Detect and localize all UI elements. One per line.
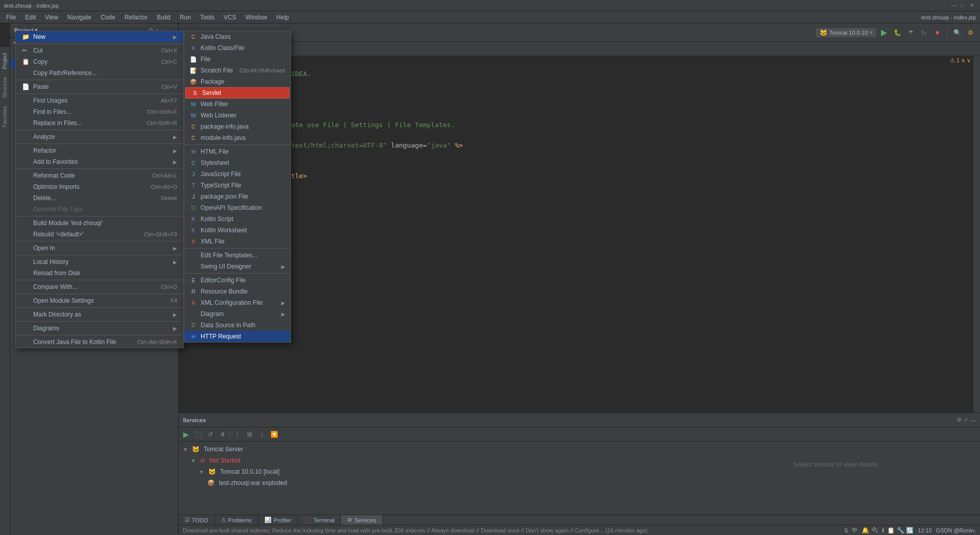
cm-copy-shortcut: Ctrl+C bbox=[161, 59, 177, 65]
cm-analyze[interactable]: Analyze ▶ bbox=[16, 131, 183, 142]
sm-kotlin-script[interactable]: K Kotlin Script bbox=[184, 213, 290, 225]
cm-reformat[interactable]: Reformat Code Ctrl+Alt+L bbox=[16, 170, 183, 181]
cm-replace-files[interactable]: Replace in Files... Ctrl+Shift+R bbox=[16, 117, 183, 129]
sm-openapi[interactable]: O OpenAPI Specification bbox=[184, 202, 290, 213]
cm-paste[interactable]: 📄Paste Ctrl+V bbox=[16, 81, 183, 92]
menu-view[interactable]: View bbox=[41, 13, 62, 22]
cm-copy[interactable]: 📋Copy Ctrl+C bbox=[16, 56, 183, 67]
btab-services[interactable]: ⚙ Services bbox=[341, 515, 382, 525]
cm-reload[interactable]: Reload from Disk bbox=[16, 268, 183, 279]
cm-compare[interactable]: Compare With... Ctrl+D bbox=[16, 281, 183, 293]
more-run-btn[interactable]: ▷ bbox=[918, 27, 929, 38]
services-expand-tree-btn[interactable]: ⊞ bbox=[244, 429, 255, 440]
stop-btn[interactable]: ■ bbox=[932, 27, 943, 38]
sm-kotlin-worksheet[interactable]: K Kotlin Worksheet bbox=[184, 225, 290, 236]
menu-refactor[interactable]: Refactor bbox=[120, 13, 152, 22]
sm-package-info[interactable]: C package-info.java bbox=[184, 121, 290, 132]
menu-edit[interactable]: Edit bbox=[21, 13, 40, 22]
menu-window[interactable]: Window bbox=[241, 13, 272, 22]
services-filter-btn[interactable]: 🔽 bbox=[269, 429, 279, 440]
vertical-tab-project[interactable]: Project bbox=[1, 51, 9, 71]
services-stop-btn[interactable]: ⬛ bbox=[193, 429, 203, 440]
sm-diagram[interactable]: Diagram ▶ bbox=[184, 308, 290, 320]
cm-optimize[interactable]: Optimize Imports Ctrl+Alt+O bbox=[16, 181, 183, 192]
cm-find-files[interactable]: Find in Files... Ctrl+Shift+F bbox=[16, 106, 183, 117]
menu-tools[interactable]: Tools bbox=[196, 13, 218, 22]
services-pause-btn[interactable]: ⏸ bbox=[217, 429, 228, 440]
sm-web-filter[interactable]: W Web Filter bbox=[184, 99, 290, 110]
services-tomcat-local[interactable]: ▼ 🐱 Tomcat 10.0.10 [local] bbox=[179, 466, 980, 477]
debug-btn[interactable]: 🐛 bbox=[892, 27, 903, 38]
menu-help[interactable]: Help bbox=[272, 13, 293, 22]
btab-todo[interactable]: ☑ TODO bbox=[179, 515, 215, 525]
cm-find-usages[interactable]: Find Usages Alt+F7 bbox=[16, 95, 183, 106]
vertical-tab-favorites[interactable]: Favorites bbox=[1, 104, 9, 129]
coverage-btn[interactable]: ☂ bbox=[905, 27, 916, 38]
search-everywhere-btn[interactable]: 🔍 bbox=[951, 27, 963, 38]
cm-rebuild[interactable]: Rebuild '<default>' Ctrl+Shift+F9 bbox=[16, 229, 183, 240]
sm-package[interactable]: 📦 Package bbox=[184, 76, 290, 87]
cm-open-in[interactable]: Open In ▶ bbox=[16, 242, 183, 254]
cm-build[interactable]: Build Module 'test-zhouqi' bbox=[16, 217, 183, 229]
sm-servlet[interactable]: S Servlet bbox=[185, 87, 289, 99]
cm-mark-dir[interactable]: Mark Directory as ▶ bbox=[16, 309, 183, 320]
sm-css[interactable]: C Stylesheet bbox=[184, 157, 290, 168]
cm-module-settings[interactable]: Open Module Settings F4 bbox=[16, 295, 183, 306]
services-settings-icon[interactable]: ⚙ bbox=[957, 417, 962, 423]
sm-edit-templates[interactable]: Edit File Templates... bbox=[184, 250, 290, 261]
sm-web-listener[interactable]: W Web Listener bbox=[184, 110, 290, 121]
sm-xml-config[interactable]: X XML Configuration File ▶ bbox=[184, 297, 290, 308]
close-button[interactable]: ✕ bbox=[970, 3, 976, 9]
cm-delete[interactable]: Delete... Delete bbox=[16, 192, 183, 204]
cm-favorites[interactable]: Add to Favorites ▶ bbox=[16, 156, 183, 167]
cm-diagrams[interactable]: Diagrams ▶ bbox=[16, 323, 183, 334]
cm-cut[interactable]: ✂Cut Ctrl+X bbox=[16, 45, 183, 56]
sm-http-request[interactable]: H HTTP Request bbox=[184, 331, 290, 342]
sm-pkg-json[interactable]: J package.json File bbox=[184, 191, 290, 202]
btab-terminal[interactable]: ⬛ Terminal bbox=[298, 515, 341, 525]
vertical-tab-structure[interactable]: Structure bbox=[1, 75, 9, 100]
cm-local-history[interactable]: Local History ▶ bbox=[16, 256, 183, 268]
cm-refactor[interactable]: Refactor ▶ bbox=[16, 145, 183, 156]
cm-copy-path[interactable]: Copy Path/Reference... bbox=[16, 67, 183, 79]
services-restart-btn[interactable]: ↺ bbox=[205, 429, 215, 440]
system-time: 12:10 bbox=[918, 527, 932, 533]
sm-swing[interactable]: Swing UI Designer ▶ bbox=[184, 261, 290, 272]
services-war-exploded[interactable]: 📦 test-zhouqi:war exploded bbox=[179, 477, 980, 489]
sm-ts[interactable]: T TypeScript File bbox=[184, 180, 290, 191]
profile-btn[interactable]: ⚙ bbox=[965, 27, 976, 38]
sm-editorconfig[interactable]: E EditorConfig File bbox=[184, 275, 290, 286]
sm-file[interactable]: 📄 File bbox=[184, 54, 290, 65]
sm-module-info[interactable]: C module-info.java bbox=[184, 132, 290, 143]
sm-resource-bundle[interactable]: R Resource Bundle bbox=[184, 286, 290, 297]
cm-new[interactable]: 📁New ▶ bbox=[16, 31, 183, 42]
services-expand-icon[interactable]: ⤢ bbox=[964, 417, 968, 423]
menu-file[interactable]: File bbox=[2, 13, 20, 22]
menu-run[interactable]: Run bbox=[176, 13, 195, 22]
window-controls[interactable]: — □ ✕ bbox=[951, 3, 976, 9]
services-sort-btn[interactable]: ↕ bbox=[257, 429, 267, 440]
run-btn[interactable]: ▶ bbox=[878, 27, 890, 38]
services-tomcat-server[interactable]: ▼ 🐱 Tomcat Server bbox=[179, 444, 980, 455]
sm-html[interactable]: H HTML File bbox=[184, 146, 290, 157]
menu-code[interactable]: Code bbox=[96, 13, 119, 22]
sm-kotlin-class[interactable]: K Kotlin Class/File bbox=[184, 42, 290, 54]
services-close-icon[interactable]: — bbox=[970, 417, 976, 423]
btab-problems[interactable]: ⚠ Problems bbox=[215, 515, 258, 525]
run-config-selector[interactable]: 🐱 Tomcat 10.0.10 ▾ bbox=[816, 28, 876, 37]
btab-profiler[interactable]: 📊 Profiler bbox=[258, 515, 298, 525]
sm-java-class[interactable]: C Java Class bbox=[184, 31, 290, 42]
sm-scratch[interactable]: 📝 Scratch File Ctrl+Alt+Shift+Insert bbox=[184, 65, 290, 76]
maximize-button[interactable]: □ bbox=[961, 3, 967, 9]
cm-convert-kotlin[interactable]: Convert Java File to Kotlin File Ctrl+Al… bbox=[16, 336, 183, 348]
menu-navigate[interactable]: Navigate bbox=[63, 13, 95, 22]
minimize-button[interactable]: — bbox=[951, 3, 958, 9]
services-more-btn[interactable]: ⋮ bbox=[232, 429, 242, 440]
menu-vcs[interactable]: VCS bbox=[219, 13, 240, 22]
sm-js[interactable]: J JavaScript File bbox=[184, 168, 290, 180]
sm-xml[interactable]: X XML File bbox=[184, 236, 290, 247]
services-run-btn[interactable]: ▶ bbox=[181, 429, 191, 440]
editor-scrollbar[interactable] bbox=[973, 56, 980, 412]
menu-build[interactable]: Build bbox=[153, 13, 175, 22]
sm-datasource-path[interactable]: D Data Source in Path bbox=[184, 320, 290, 331]
